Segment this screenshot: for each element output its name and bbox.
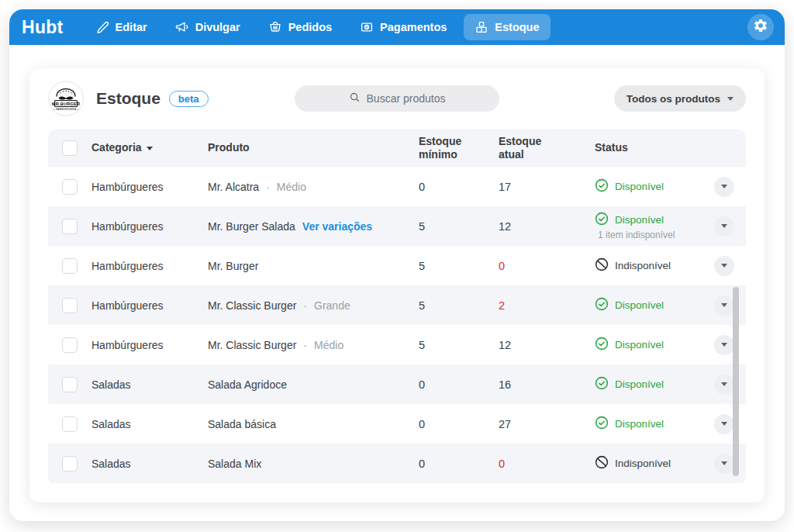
row-checkbox[interactable]	[62, 456, 78, 472]
select-all-checkbox[interactable]	[62, 140, 78, 156]
status-label: Disponível	[615, 378, 664, 390]
row-current-stock: 0	[499, 458, 584, 470]
check-circle-icon	[595, 416, 609, 432]
column-header-status: Status	[584, 141, 703, 155]
search-icon	[349, 92, 361, 105]
filter-label: Todos os produtos	[627, 93, 720, 105]
chevron-down-icon	[721, 264, 727, 268]
row-actions-button[interactable]	[714, 335, 734, 355]
chevron-down-icon	[721, 382, 727, 386]
table-row: Hambúrgueres Mr. Classic Burger · Médio …	[48, 325, 746, 364]
row-actions-button[interactable]	[714, 216, 734, 237]
topbar: Hubt Editar Divulgar Pedidos	[9, 9, 785, 45]
basket-icon	[268, 20, 282, 34]
settings-button[interactable]	[747, 14, 774, 40]
status-label: Disponível	[615, 299, 664, 311]
row-category: Saladas	[91, 378, 208, 391]
app-logo: Hubt	[22, 17, 64, 38]
content-card: MR.BURGER — HAMBURGUERIA — Estoque beta …	[29, 68, 765, 503]
status-badge: Disponível	[595, 376, 703, 392]
status-badge: Indisponível	[595, 257, 703, 274]
row-category: Hambúrgueres	[91, 181, 208, 193]
table-row: Hambúrgueres Mr. Burger 5 0 Indisponível	[48, 246, 746, 285]
row-product: Mr. Alcatra	[208, 181, 259, 193]
row-actions-button[interactable]	[714, 454, 734, 474]
row-current-stock: 17	[499, 181, 584, 193]
chevron-down-icon	[721, 461, 727, 465]
blocked-icon	[595, 455, 609, 472]
row-min-stock: 5	[419, 260, 499, 272]
row-min-stock: 0	[419, 458, 499, 470]
row-checkbox[interactable]	[62, 337, 78, 353]
status-label: Indisponível	[615, 458, 671, 469]
check-circle-icon	[595, 178, 609, 195]
row-current-stock: 0	[499, 260, 584, 272]
sort-caret-icon	[147, 147, 153, 150]
megaphone-icon	[175, 20, 189, 34]
row-min-stock: 0	[419, 378, 499, 391]
table-row: Hambúrgueres Mr. Classic Burger · Grande…	[48, 285, 746, 325]
vertical-scrollbar[interactable]	[733, 287, 739, 476]
check-circle-icon	[595, 212, 609, 228]
check-circle-icon	[595, 376, 609, 392]
row-min-stock: 5	[419, 299, 499, 312]
gear-icon	[753, 18, 768, 36]
row-variant: Grande	[314, 299, 350, 312]
row-actions-button[interactable]	[714, 375, 734, 395]
search-input[interactable]: Buscar produtos	[295, 85, 499, 112]
row-checkbox[interactable]	[62, 258, 78, 274]
row-category: Hambúrgueres	[91, 260, 208, 272]
row-actions-button[interactable]	[714, 295, 734, 316]
check-circle-icon	[595, 337, 609, 353]
status-badge: Disponível	[595, 297, 703, 313]
row-category: Saladas	[91, 458, 208, 470]
status-sublabel: 1 item indisponível	[598, 230, 703, 240]
row-product: Mr. Classic Burger	[208, 339, 296, 351]
nav-item-divulgar[interactable]: Divulgar	[164, 14, 251, 40]
app-window: Hubt Editar Divulgar Pedidos	[9, 9, 785, 521]
nav-item-editar[interactable]: Editar	[85, 15, 158, 40]
table-row: Saladas Salada básica 0 27 Disponível	[48, 404, 746, 444]
row-checkbox[interactable]	[62, 298, 78, 313]
row-actions-button[interactable]	[714, 414, 734, 434]
column-header-estoque-atual: Estoque atual	[499, 135, 561, 162]
product-filter-dropdown[interactable]: Todos os produtos	[614, 85, 746, 112]
nav-item-estoque[interactable]: Estoque	[464, 14, 550, 40]
variant-separator: ·	[303, 299, 307, 312]
status-label: Disponível	[615, 339, 664, 351]
row-current-stock: 27	[499, 418, 584, 430]
row-current-stock: 12	[499, 339, 584, 351]
row-product: Mr. Classic Burger	[208, 299, 296, 312]
row-min-stock: 0	[419, 181, 499, 193]
see-variations-link[interactable]: Ver variações	[302, 220, 372, 233]
row-product: Mr. Burger Salada	[208, 220, 295, 233]
payment-icon: $	[360, 20, 374, 34]
table-row: Hambúrgueres Mr. Burger Salada Ver varia…	[48, 206, 746, 246]
row-product: Salada Agridoce	[208, 378, 287, 391]
row-actions-button[interactable]	[714, 256, 734, 276]
page-title: Estoque	[96, 89, 161, 108]
row-checkbox[interactable]	[62, 219, 78, 234]
column-header-produto: Produto	[208, 141, 419, 155]
row-product: Mr. Burger	[208, 260, 258, 272]
chevron-down-icon	[721, 224, 727, 228]
nav-item-pedidos[interactable]: Pedidos	[257, 14, 343, 40]
chevron-down-icon	[721, 185, 727, 188]
row-checkbox[interactable]	[62, 179, 78, 195]
row-checkbox[interactable]	[62, 416, 78, 432]
row-category: Saladas	[91, 418, 208, 430]
check-circle-icon	[595, 297, 609, 313]
row-checkbox[interactable]	[62, 377, 78, 392]
status-label: Indisponível	[615, 260, 671, 271]
chevron-down-icon	[721, 303, 727, 307]
svg-text:MR.BURGER: MR.BURGER	[52, 102, 80, 106]
pencil-icon	[96, 21, 109, 34]
nav-label: Pagamentos	[380, 21, 447, 33]
row-min-stock: 5	[419, 220, 499, 233]
column-header-categoria[interactable]: Categoria	[91, 141, 208, 155]
row-actions-button[interactable]	[714, 177, 734, 197]
nav-item-pagamentos[interactable]: $ Pagamentos	[349, 14, 457, 40]
table-body: Hambúrgueres Mr. Alcatra · Médio 0 17 Di…	[48, 167, 746, 483]
products-table: Categoria Produto Estoque mínimo Estoque…	[48, 130, 746, 483]
chevron-down-icon	[721, 343, 727, 347]
